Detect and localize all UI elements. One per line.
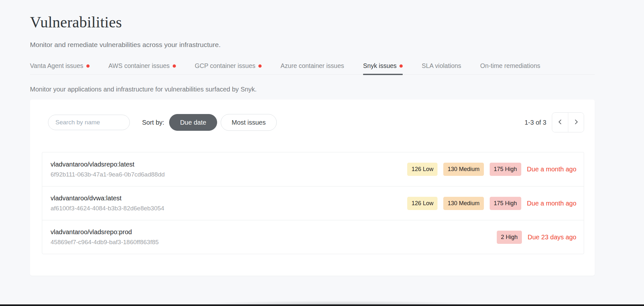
tab-on-time-remediations[interactable]: On-time remediations [480, 62, 540, 74]
severity-badges: 126 Low130 Medium175 High [407, 163, 521, 176]
tab-bar: Vanta Agent issues AWS container issues … [30, 62, 595, 75]
next-page-button[interactable] [568, 113, 584, 132]
resource-name: vladvantaroo/vladsrepo:latest [51, 161, 165, 168]
row-main: vladvantaroo/vladsrepo:latest 6f92b111-0… [51, 161, 165, 178]
tab-label: On-time remediations [480, 62, 540, 70]
sort-due-date-button[interactable]: Due date [169, 114, 217, 131]
row-main: vladvantaroo/vladsrepo:prod 45869ef7-c96… [51, 228, 159, 246]
issue-alert-dot [86, 64, 90, 68]
pagination-range: 1-3 of 3 [524, 119, 546, 126]
resource-name: vladvantaroo/vladsrepo:prod [51, 228, 159, 236]
tab-gcp-container-issues[interactable]: GCP container issues [195, 62, 262, 74]
tab-label: Vanta Agent issues [30, 62, 83, 70]
severity-badges: 2 High [497, 231, 522, 244]
sort-by-label: Sort by: [142, 119, 164, 126]
search-input[interactable] [48, 115, 130, 130]
issue-alert-dot [399, 64, 403, 68]
tab-snyk-issues[interactable]: Snyk issues [363, 62, 403, 74]
severity-badge: 130 Medium [443, 197, 484, 210]
issue-alert-dot [258, 64, 262, 68]
tab-label: GCP container issues [195, 62, 255, 70]
row-right: 126 Low130 Medium175 High Due a month ag… [407, 163, 576, 176]
page-title: Vulnerabilities [30, 14, 595, 30]
severity-badge: 126 Low [407, 197, 437, 210]
vulnerabilities-page: Vulnerabilities Monitor and remediate vu… [0, 0, 595, 276]
issue-alert-dot [173, 64, 176, 68]
resource-id: 6f92b111-063b-47a1-9ea6-0b7cd6ad88dd [51, 171, 165, 178]
tab-label: AWS container issues [109, 62, 170, 70]
tab-aws-container-issues[interactable]: AWS container issues [109, 62, 176, 74]
resource-name: vladvantaroo/dvwa:latest [51, 195, 164, 202]
tab-vanta-agent-issues[interactable]: Vanta Agent issues [30, 62, 90, 74]
vulnerability-row[interactable]: vladvantaroo/dvwa:latest af6100f3-4624-4… [42, 186, 584, 220]
window-edge-shadow [135, 299, 541, 305]
row-right: 126 Low130 Medium175 High Due a month ag… [407, 197, 576, 210]
row-right: 2 High Due 23 days ago [497, 231, 576, 244]
due-date-text: Due a month ago [527, 200, 576, 207]
severity-badge: 126 Low [407, 163, 437, 176]
tab-label: SLA violations [422, 62, 461, 70]
chevron-left-icon [557, 119, 563, 126]
vulnerability-row[interactable]: vladvantaroo/vladsrepo:latest 6f92b111-0… [42, 152, 584, 186]
list-toolbar: Sort by: Due date Most issues 1-3 of 3 [42, 112, 584, 132]
sort-most-issues-button[interactable]: Most issues [221, 114, 277, 131]
due-date-text: Due a month ago [527, 166, 576, 173]
row-main: vladvantaroo/dvwa:latest af6100f3-4624-4… [51, 195, 164, 212]
severity-badge: 175 High [490, 197, 521, 210]
window-bottom-edge [0, 304, 644, 306]
tab-label: Azure container issues [281, 62, 344, 70]
chevron-right-icon [573, 119, 580, 126]
tab-description: Monitor your applications and infrastruc… [30, 86, 595, 93]
vulnerability-list: vladvantaroo/vladsrepo:latest 6f92b111-0… [42, 152, 584, 254]
previous-page-button[interactable] [552, 113, 568, 132]
severity-badge: 2 High [497, 231, 522, 244]
page-subtitle: Monitor and remediate vulnerabilities ac… [30, 41, 595, 49]
severity-badge: 175 High [490, 163, 521, 176]
severity-badge: 130 Medium [443, 163, 484, 176]
pagination-controls [552, 112, 584, 132]
tab-azure-container-issues[interactable]: Azure container issues [281, 62, 344, 74]
resource-id: af6100f3-4624-4084-b3b3-82d6e8eb3054 [51, 205, 164, 212]
vulnerability-row[interactable]: vladvantaroo/vladsrepo:prod 45869ef7-c96… [42, 220, 584, 254]
tab-sla-violations[interactable]: SLA violations [422, 62, 461, 74]
due-date-text: Due 23 days ago [528, 234, 576, 241]
severity-badges: 126 Low130 Medium175 High [407, 197, 521, 210]
resource-id: 45869ef7-c964-4db9-baf3-1860ff863f85 [51, 239, 159, 246]
tab-label: Snyk issues [363, 62, 397, 70]
snyk-issues-card: Sort by: Due date Most issues 1-3 of 3 [30, 100, 595, 276]
